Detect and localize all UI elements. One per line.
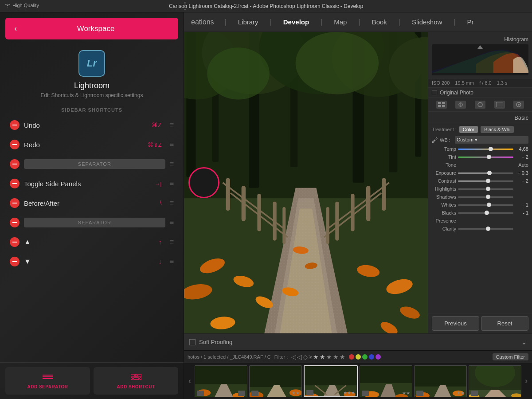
shortcut-up-key: ↑ [159, 239, 162, 246]
shortcut-redo-key: ⌘⇧Z [148, 141, 162, 148]
soft-proofing-chevron-icon: ⌄ [521, 339, 527, 346]
drag-redo-handle[interactable]: ≡ [170, 141, 174, 149]
add-separator-icon [43, 372, 53, 383]
previous-button[interactable]: Previous [432, 316, 479, 331]
wb-label: WB : [440, 137, 453, 143]
whites-label: Whites [432, 202, 456, 207]
color-dot-red[interactable] [349, 354, 354, 360]
view-grid-icon[interactable] [436, 101, 447, 109]
main-photo [184, 32, 428, 333]
drag-toggle-handle[interactable]: ≡ [170, 180, 174, 188]
view-crop-icon[interactable] [475, 101, 485, 109]
treatment-bw-button[interactable]: Black & Whi [481, 126, 514, 133]
app-name: Lightroom [74, 81, 110, 90]
remove-beforeafter-button[interactable] [10, 198, 20, 208]
remove-toggle-button[interactable] [10, 179, 20, 188]
nav-print[interactable]: Pr [466, 16, 475, 27]
nav-divider-6: | [454, 18, 455, 26]
remove-up-button[interactable] [10, 237, 20, 247]
treatment-color-button[interactable]: Color [459, 126, 478, 133]
drag-undo-handle[interactable]: ≡ [170, 121, 174, 129]
view-circle2-icon[interactable] [513, 101, 524, 109]
drag-sep1-handle[interactable]: ≡ [170, 160, 174, 168]
view-circle-icon[interactable] [455, 101, 466, 109]
nav-develop[interactable]: Develop [282, 16, 310, 27]
thumb-4-star: ★★ [402, 391, 410, 396]
add-separator-button[interactable]: ADD SEPARATOR [5, 367, 90, 395]
whites-slider[interactable] [458, 204, 513, 206]
temp-slider[interactable] [458, 149, 513, 150]
nav-slideshow[interactable]: Slideshow [411, 16, 443, 27]
filter-star-5: ★ [340, 353, 345, 360]
soft-proofing-checkbox[interactable] [189, 339, 196, 345]
svg-rect-3 [131, 374, 134, 377]
color-dot-yellow[interactable] [356, 354, 361, 360]
color-dot-blue[interactable] [369, 354, 374, 360]
film-thumb-3[interactable]: ★★★ [304, 365, 357, 397]
nav-book[interactable]: Book [371, 16, 388, 27]
shadows-label: Shadows [432, 194, 456, 200]
contrast-slider[interactable] [458, 180, 513, 182]
clarity-slider[interactable] [458, 228, 513, 230]
exposure-slider[interactable] [458, 172, 513, 174]
shortcut-separator-1: SEPARATOR ≡ [5, 154, 178, 174]
shortcut-toggle-key: →| [154, 180, 161, 187]
drag-beforeafter-handle[interactable]: ≡ [170, 199, 174, 207]
separator-text-1: SEPARATOR [78, 161, 111, 167]
film-thumb-1[interactable] [195, 365, 247, 397]
color-dot-purple[interactable] [376, 354, 381, 360]
nav-map[interactable]: Map [333, 16, 348, 27]
thumb-6-icon [471, 391, 478, 396]
filmstrip-right-arrow[interactable]: › [523, 376, 529, 386]
add-shortcut-button[interactable]: ADD SHORTCUT [94, 367, 178, 395]
workspace-button[interactable]: ‹ Workspace [5, 18, 178, 39]
treatment-row: Treatment : Color Black & Whi [428, 124, 532, 135]
film-thumb-2[interactable]: ★★ [249, 365, 302, 397]
drag-sep2-handle[interactable]: ≡ [170, 219, 174, 227]
presence-label: Presence [432, 218, 456, 223]
remove-redo-button[interactable] [10, 140, 20, 149]
wb-select[interactable]: Custom ▾ [455, 136, 528, 144]
film-thumb-5[interactable]: ★★ [414, 365, 467, 397]
thumb-5-icon [416, 391, 423, 396]
remove-sep1-button[interactable] [10, 159, 20, 169]
tint-row: Tint + 2 [428, 153, 532, 161]
custom-filter-button[interactable]: Custom Filter [493, 353, 528, 360]
filter-gte-icon: ≥ [309, 353, 312, 360]
filmstrip-left-arrow[interactable]: ‹ [187, 376, 193, 386]
thumb-5-overlay: ★★ [415, 391, 466, 396]
original-photo-checkbox[interactable] [432, 90, 437, 95]
view-panel-icon[interactable] [494, 101, 505, 109]
remove-undo-button[interactable] [10, 120, 20, 130]
blacks-slider[interactable] [458, 212, 513, 214]
tint-slider[interactable] [458, 156, 513, 158]
tone-auto[interactable]: Auto [515, 162, 528, 168]
circle-tool-button[interactable] [188, 167, 219, 198]
highlights-slider[interactable] [458, 188, 513, 190]
add-shortcut-label: ADD SHORTCUT [117, 384, 155, 389]
drag-up-handle[interactable]: ≡ [170, 238, 174, 246]
highlights-label: Highlights [432, 186, 456, 192]
filter-star-1: ★ [313, 353, 319, 360]
temp-value: 4,68 [515, 146, 528, 152]
remove-sep2-button[interactable] [10, 218, 20, 227]
color-filter-dots[interactable] [349, 354, 381, 360]
exif-iso: ISO 200 [432, 80, 450, 86]
shortcut-redo-label: Redo [24, 141, 143, 149]
soft-proofing-bar: Soft Proofing ⌄ [184, 333, 532, 350]
film-thumb-4[interactable]: ★★ [360, 365, 412, 397]
wb-eyedropper-icon[interactable]: 🖋 [432, 137, 438, 144]
remove-down-button[interactable] [10, 257, 20, 266]
view-icons-row [428, 98, 532, 112]
shadows-slider[interactable] [458, 196, 513, 198]
star-filter[interactable]: ◁ ◁ ◇ ≥ ★ ★ ★ ★ ★ [291, 353, 345, 360]
shortcut-up: ▲ ↑ ≡ [5, 232, 178, 252]
drag-down-handle[interactable]: ≡ [170, 258, 174, 266]
film-thumb-6[interactable] [469, 365, 521, 397]
color-dot-green[interactable] [362, 354, 368, 360]
shortcut-toggle-label: Toggle Side Panels [24, 180, 150, 188]
nav-library[interactable]: Library [237, 16, 259, 27]
reset-button[interactable]: Reset [481, 316, 528, 331]
filter-diamond: ◇ [303, 353, 308, 360]
exif-row: ISO 200 19.5 mm f / 8.0 1.3 s [428, 78, 532, 88]
